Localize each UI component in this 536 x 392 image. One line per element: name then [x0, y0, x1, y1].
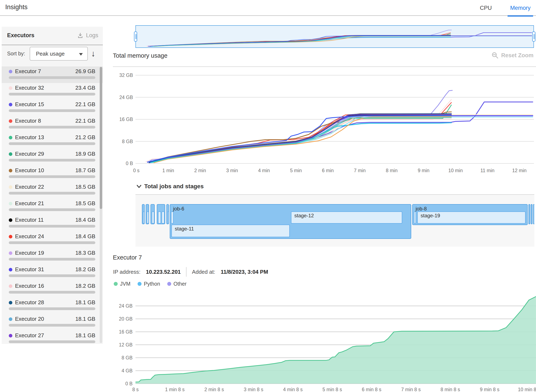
executor-color-dot	[9, 268, 12, 271]
job-bar-small[interactable]	[533, 204, 534, 224]
executor-peak-value: 21.2 GB	[75, 134, 95, 141]
stage-bar-small[interactable]	[158, 211, 161, 224]
x-axis-tick-label: 6 min 8 s	[362, 387, 381, 392]
stage-bar-small[interactable]	[147, 211, 149, 224]
brush-handle-left[interactable]	[134, 32, 137, 42]
stage-bar-small[interactable]	[152, 211, 154, 224]
job-bar-small[interactable]	[150, 204, 155, 224]
executor-color-dot	[9, 70, 12, 73]
memory-type-legend: JVMPythonOther	[114, 281, 187, 287]
logs-button[interactable]: Logs	[77, 32, 98, 39]
job-bar-small[interactable]	[528, 204, 530, 224]
executor-name: Executor 10	[15, 167, 44, 174]
executor-row[interactable]: Executor 2018.1 GB	[2, 314, 103, 331]
sort-select[interactable]: Peak usage	[30, 47, 88, 61]
executor-row[interactable]: Executor 2218.5 GB	[2, 182, 103, 199]
stage-bar-small[interactable]	[162, 211, 165, 224]
executor-name: Executor 24	[15, 233, 44, 240]
stage-label: stage-11	[175, 226, 194, 232]
executor-row[interactable]: Executor 1118.4 GB	[2, 215, 103, 232]
executor-peak-value: 22.1 GB	[75, 101, 95, 108]
x-axis-tick-label: 4 min 8 s	[283, 387, 302, 392]
executor-row[interactable]: Executor 2418.4 GB	[2, 232, 103, 248]
job-bar-small[interactable]	[166, 204, 169, 224]
executor-row[interactable]: Executor 2718.1 GB	[2, 331, 103, 344]
executor-color-dot	[9, 202, 12, 205]
executor-name: Executor 15	[15, 101, 44, 108]
jobs-stages-header[interactable]: Total jobs and stages	[136, 183, 204, 190]
executor-color-dot	[9, 119, 12, 123]
y-axis-tick-label: 4 GB	[122, 368, 132, 373]
stage-bar[interactable]: stage-11	[171, 225, 290, 237]
job-bar-small[interactable]	[531, 204, 532, 224]
total-memory-line-chart[interactable]: 0 B8 GB16 GB24 GB32 GB0 s1 min2 min3 min…	[113, 69, 536, 176]
executor-peak-value: 18.7 GB	[75, 167, 95, 174]
executor-row[interactable]: Executor 1918.3 GB	[2, 248, 103, 265]
executor-row[interactable]: Executor 2918.9 GB	[2, 149, 103, 165]
executor-name: Executor 21	[15, 200, 44, 207]
sidebar-scrollbar[interactable]	[100, 67, 102, 343]
stage-bar[interactable]	[414, 211, 416, 224]
stage-bar-small[interactable]	[167, 211, 169, 224]
tab-cpu[interactable]: CPU	[477, 0, 494, 16]
legend-color-dot	[137, 282, 141, 286]
executor-area-chart[interactable]: 0 B4 GB8 GB12 GB16 GB20 GB24 GB8 s1 min …	[113, 293, 536, 392]
executor-name: Executor 7	[15, 68, 41, 75]
sort-row: Sort by: Peak usage ↓	[2, 45, 103, 63]
stage-bar-small[interactable]	[143, 211, 145, 224]
job-bar-small[interactable]	[146, 204, 149, 224]
x-axis-tick-label: 9 min 8 s	[480, 387, 499, 392]
executor-color-dot	[9, 103, 12, 106]
stage-bar[interactable]	[171, 211, 174, 224]
y-axis-tick-label: 16 GB	[119, 329, 132, 335]
jobs-stages-title: Total jobs and stages	[144, 183, 204, 190]
x-axis-tick-label: 10 min 8 s	[518, 387, 536, 392]
executor-list: Executor 726.9 GBExecutor 3223.4 GBExecu…	[2, 66, 103, 344]
x-axis-tick-label: 12 min	[512, 168, 527, 173]
logs-label: Logs	[86, 32, 98, 39]
x-axis-tick-label: 5 min 8 s	[323, 387, 342, 392]
job-bar-small[interactable]	[157, 204, 165, 224]
executor-row[interactable]: Executor 2818.1 GB	[2, 298, 103, 314]
executor-row[interactable]: Executor 1018.7 GB	[2, 165, 103, 182]
tab-memory[interactable]: Memory	[508, 0, 533, 16]
executor-row[interactable]: Executor 1618.2 GB	[2, 281, 103, 298]
executor-row[interactable]: Executor 1321.2 GB	[2, 132, 103, 149]
stage-bar[interactable]: stage-12	[291, 211, 402, 224]
executor-peak-value: 18.9 GB	[75, 151, 95, 157]
stage-bar[interactable]: stage-19	[417, 211, 526, 224]
executor-color-dot	[9, 301, 12, 304]
executor-color-dot	[9, 86, 12, 90]
active-tab-underline	[508, 15, 533, 17]
sort-direction-button[interactable]: ↓	[91, 47, 95, 60]
zoom-brush-minimap[interactable]	[136, 25, 534, 48]
chevron-down-icon	[136, 184, 142, 189]
y-axis-tick-label: 0 B	[126, 161, 133, 166]
job-bar-small[interactable]	[142, 204, 145, 224]
reset-zoom-button[interactable]: Reset Zoom	[491, 52, 533, 59]
executor-row[interactable]: Executor 726.9 GB	[2, 66, 103, 83]
x-axis-tick-label: 1 min	[162, 168, 174, 173]
memory-chart-title: Total memory usage	[113, 52, 167, 59]
executor-row[interactable]: Executor 3118.2 GB	[2, 265, 103, 281]
executor-row[interactable]: Executor 1522.1 GB	[2, 99, 103, 116]
sidebar-scrollbar-thumb[interactable]	[100, 67, 102, 209]
executor-peak-value: 18.5 GB	[75, 200, 95, 207]
job-bar[interactable]: job-8stage-19	[412, 204, 528, 225]
executor-row[interactable]: Executor 2118.5 GB	[2, 199, 103, 215]
brush-handle-right[interactable]	[532, 32, 535, 42]
legend-item[interactable]: JVM	[114, 281, 131, 287]
executors-title: Executors	[7, 32, 34, 39]
x-axis-tick-label: 3 min	[226, 168, 238, 173]
x-axis-tick-label: 8 min	[386, 168, 397, 173]
legend-item[interactable]: Python	[137, 281, 160, 287]
executor-row[interactable]: Executor 3223.4 GB	[2, 83, 103, 99]
job-bar[interactable]: job-6stage-12stage-11	[170, 204, 411, 239]
x-axis-tick-label: 6 min	[322, 168, 334, 173]
y-axis-tick-label: 32 GB	[119, 73, 133, 78]
legend-item[interactable]: Other	[167, 281, 187, 287]
jobs-stages-gantt: job-6stage-12stage-11job-8stage-19	[136, 194, 534, 247]
executor-peak-value: 18.2 GB	[75, 283, 95, 289]
executor-usage-bar	[9, 192, 95, 195]
executor-row[interactable]: Executor 822.1 GB	[2, 116, 103, 132]
